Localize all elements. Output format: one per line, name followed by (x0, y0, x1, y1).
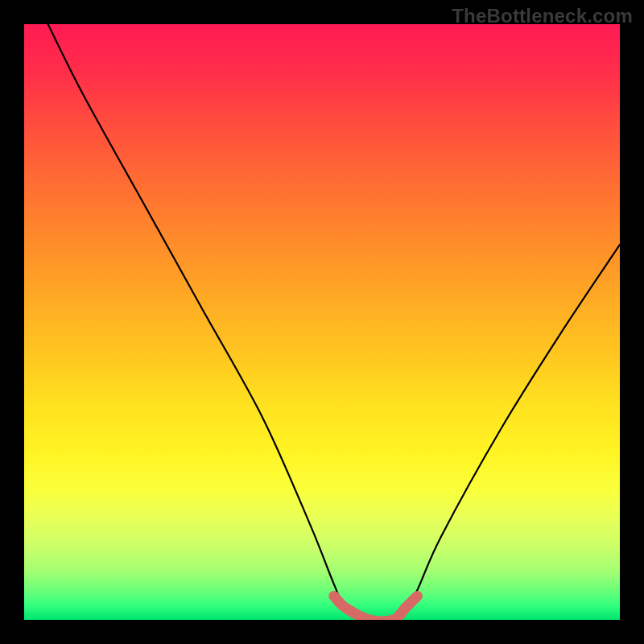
bottleneck-curve (24, 24, 620, 620)
curve-path (48, 24, 620, 620)
chart-frame: TheBottleneck.com (0, 0, 644, 644)
plot-area (24, 24, 620, 620)
optimal-band (334, 596, 418, 620)
